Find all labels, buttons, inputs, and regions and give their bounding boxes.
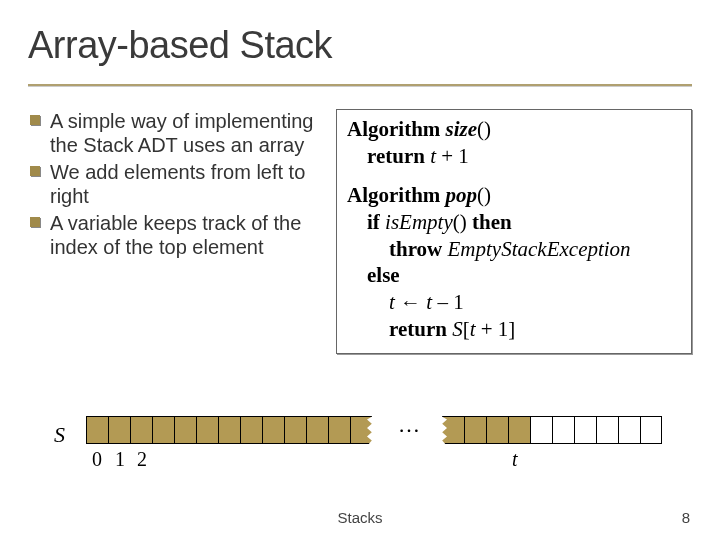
array-cell (306, 416, 328, 444)
page-number: 8 (682, 509, 690, 526)
keyword-return: return (367, 144, 425, 168)
algo-size-return: return t + 1 (347, 143, 681, 170)
fn-isempty: isEmpty (385, 210, 453, 234)
parens: () (477, 183, 491, 207)
index-t: t (512, 448, 518, 471)
array-cell (174, 416, 196, 444)
array-cell (130, 416, 152, 444)
array-cell (328, 416, 350, 444)
ellipsis-icon: … (398, 412, 422, 438)
algo-return-line: return S[t + 1] (347, 316, 681, 343)
algo-throw-line: throw EmptyStackException (347, 236, 681, 263)
array-cell (86, 416, 108, 444)
bracket-open: [ (463, 317, 470, 341)
array-cell (464, 416, 486, 444)
array-cell (284, 416, 306, 444)
array-cell (640, 416, 662, 444)
algo-size-header: Algorithm size() (347, 116, 681, 143)
title-underline (28, 84, 692, 87)
algo-else-line: else (347, 262, 681, 289)
array-cells-left (86, 416, 372, 444)
array-cell (508, 416, 530, 444)
algorithm-box: Algorithm size() return t + 1 Algorithm … (336, 109, 692, 354)
array-diagram: S … 0 1 (62, 412, 672, 478)
keyword-algorithm: Algorithm (347, 183, 440, 207)
slide-title: Array-based Stack (28, 24, 692, 67)
array-cell (530, 416, 552, 444)
array-cell (108, 416, 130, 444)
keyword-return: return (389, 317, 447, 341)
array-cell (618, 416, 640, 444)
expr-minus-one: – 1 (432, 290, 464, 314)
array-cell (218, 416, 240, 444)
array-cell (486, 416, 508, 444)
array-label-s: S (54, 422, 65, 448)
keyword-algorithm: Algorithm (347, 117, 440, 141)
index-2: 2 (137, 448, 147, 471)
var-s: S (452, 317, 463, 341)
fn-pop: pop (446, 183, 478, 207)
index-0: 0 (92, 448, 102, 471)
bullet-item: A variable keeps track of the index of t… (28, 211, 328, 260)
array-cell (442, 416, 464, 444)
array-cell (240, 416, 262, 444)
keyword-throw: throw (389, 237, 442, 261)
algo-assign-line: t ← t – 1 (347, 289, 681, 316)
array-cells-right (442, 416, 662, 444)
array-cell (552, 416, 574, 444)
array-cell (262, 416, 284, 444)
expr-plus-one-bracket: + 1] (476, 317, 516, 341)
parens: () (477, 117, 491, 141)
bullet-item: A simple way of implementing the Stack A… (28, 109, 328, 158)
array-cell (196, 416, 218, 444)
keyword-if: if (367, 210, 380, 234)
parens: () (453, 210, 467, 234)
keyword-then: then (472, 210, 512, 234)
bullet-item: We add elements from left to right (28, 160, 328, 209)
array-cell (574, 416, 596, 444)
index-1: 1 (115, 448, 125, 471)
expr-plus-one: + 1 (436, 144, 469, 168)
bullet-column: A simple way of implementing the Stack A… (28, 109, 328, 354)
array-cell (596, 416, 618, 444)
algo-if-line: if isEmpty() then (347, 209, 681, 236)
footer-title: Stacks (0, 509, 720, 526)
algo-pop-header: Algorithm pop() (347, 182, 681, 209)
exception-name: EmptyStackException (448, 237, 631, 261)
fn-size: size (446, 117, 478, 141)
keyword-else: else (367, 263, 400, 287)
array-cell (350, 416, 372, 444)
arrow-icon: ← (395, 290, 427, 314)
array-cell (152, 416, 174, 444)
